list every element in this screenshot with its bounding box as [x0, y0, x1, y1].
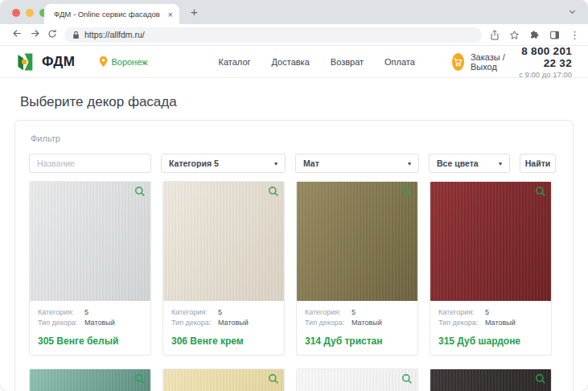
category-select[interactable]: Категория 5 ▾ — [161, 154, 286, 173]
product-card[interactable]: Категория:5Тип декора:Матовый315 Дуб шар… — [430, 181, 552, 356]
product-name[interactable]: 306 Венге крем — [171, 335, 276, 347]
city-selector[interactable]: Воронеж — [99, 56, 147, 67]
category-label: Категория: — [438, 307, 485, 318]
browser-tab[interactable]: ФДМ - Online сервис фасадов × — [44, 4, 179, 24]
decor-type-label: Тип декора: — [171, 318, 218, 328]
product-grid-row2 — [29, 368, 559, 391]
finish-select[interactable]: Мат ▾ — [295, 154, 419, 173]
category-value: 5 — [352, 307, 356, 318]
search-button[interactable]: Найти — [520, 154, 556, 173]
product-name[interactable]: 314 Дуб тристан — [305, 335, 409, 347]
site-logo[interactable]: ФДМ — [16, 51, 75, 72]
product-card[interactable]: Категория:5Тип декора:Матовый306 Венге к… — [162, 181, 285, 356]
extensions-puzzle-icon[interactable] — [529, 30, 540, 40]
decor-type-label: Тип декора: — [438, 318, 485, 328]
zoom-icon[interactable] — [535, 373, 546, 385]
contact-block: 8 800 201 22 32 с 9:00 до 17:00 — [514, 45, 572, 79]
zoom-icon[interactable] — [401, 186, 413, 197]
product-meta: Категория:5Тип декора:Матовый314 Дуб три… — [297, 301, 417, 355]
decor-swatch — [430, 369, 551, 391]
product-card[interactable] — [29, 368, 151, 391]
product-grid-row1: Категория:5Тип декора:Матовый305 Венге б… — [29, 181, 559, 356]
logo-mark-icon — [16, 51, 37, 72]
orders-link[interactable]: Заказы / Выход — [452, 52, 514, 72]
decor-swatch — [163, 182, 284, 301]
zoom-icon[interactable] — [268, 373, 279, 385]
zoom-icon[interactable] — [535, 186, 546, 197]
nav-returns[interactable]: Возврат — [331, 57, 364, 67]
product-card[interactable] — [162, 368, 285, 391]
color-select[interactable]: Все цвета ▾ — [429, 154, 510, 173]
working-hours: с 9:00 до 17:00 — [514, 70, 572, 79]
share-icon[interactable] — [490, 30, 500, 40]
city-name: Воронеж — [111, 57, 147, 67]
name-filter-input[interactable] — [29, 154, 151, 173]
filter-row: Категория 5 ▾ Мат ▾ Все цвета ▾ Найти — [29, 154, 559, 173]
decor-type-value: Матовый — [84, 318, 115, 328]
chevron-down-icon: ▾ — [408, 160, 411, 167]
back-button[interactable] — [8, 28, 26, 41]
product-meta: Категория:5Тип декора:Матовый315 Дуб шар… — [430, 301, 551, 355]
decor-swatch — [163, 369, 284, 391]
chevron-down-icon: ▾ — [274, 160, 278, 167]
tab-close-icon[interactable]: × — [168, 10, 173, 19]
product-meta: Категория:5Тип декора:Матовый305 Венге б… — [30, 301, 150, 355]
zoom-icon[interactable] — [134, 186, 146, 197]
zoom-icon[interactable] — [268, 186, 279, 197]
category-label: Категория: — [38, 307, 84, 318]
filter-label: Фильтр — [31, 134, 559, 143]
profile-sidebar-icon[interactable] — [549, 30, 560, 40]
category-value: 5 — [485, 307, 489, 318]
orders-label: Заказы / Выход — [471, 52, 514, 72]
decor-type-value: Матовый — [218, 318, 249, 328]
tab-title: ФДМ - Online сервис фасадов — [54, 10, 163, 19]
nav-catalog[interactable]: Каталог — [219, 57, 251, 67]
product-card[interactable]: Категория:5Тип декора:Матовый305 Венге б… — [29, 181, 151, 356]
brand-name: ФДМ — [42, 54, 75, 70]
decor-swatch — [30, 182, 150, 301]
toolbar-icons: ⋮ — [490, 29, 580, 41]
reload-button[interactable] — [43, 29, 61, 41]
nav-delivery[interactable]: Доставка — [272, 57, 310, 67]
close-window-button[interactable] — [12, 9, 20, 17]
product-name[interactable]: 315 Дуб шардоне — [438, 335, 543, 347]
forward-button[interactable] — [26, 28, 43, 41]
page-title: Выберите декор фасада — [20, 94, 588, 110]
browser-toolbar: https://allfdm.ru/ ⋮ — [0, 24, 588, 46]
zoom-icon[interactable] — [401, 373, 413, 385]
browser-tab-strip: ФДМ - Online сервис фасадов × + — [0, 0, 588, 24]
product-card[interactable] — [430, 368, 552, 391]
decor-type-label: Тип декора: — [38, 318, 84, 328]
bookmark-star-icon[interactable] — [509, 30, 520, 40]
menu-dots-icon[interactable]: ⋮ — [569, 29, 580, 41]
nav-payment[interactable]: Оплата — [384, 57, 415, 67]
decor-swatch — [430, 182, 551, 301]
main-nav: Каталог Доставка Возврат Оплата — [219, 57, 415, 67]
location-pin-icon — [99, 56, 108, 67]
address-bar[interactable]: https://allfdm.ru/ — [64, 27, 482, 43]
lock-icon — [72, 31, 80, 39]
phone-number[interactable]: 8 800 201 22 32 — [514, 45, 572, 69]
decor-swatch — [30, 369, 150, 391]
product-card[interactable]: Категория:5Тип декора:Матовый314 Дуб три… — [296, 181, 418, 356]
minimize-window-button[interactable] — [26, 9, 34, 17]
site-header: ФДМ Воронеж Каталог Доставка Возврат Опл… — [0, 46, 588, 78]
browser-window: ФДМ - Online сервис фасадов × + https://… — [0, 0, 588, 391]
category-value: 5 — [84, 307, 88, 318]
product-name[interactable]: 305 Венге белый — [38, 335, 142, 347]
new-tab-button[interactable]: + — [191, 5, 198, 19]
decor-swatch — [297, 182, 417, 301]
decor-type-label: Тип декора: — [305, 318, 352, 328]
zoom-icon[interactable] — [134, 373, 146, 385]
url-text: https://allfdm.ru/ — [84, 30, 145, 39]
cart-icon — [452, 53, 464, 71]
category-label: Категория: — [305, 307, 352, 318]
category-label: Категория: — [171, 307, 218, 318]
tab-list-chevron-icon[interactable] — [568, 5, 577, 19]
decor-type-value: Матовый — [352, 318, 382, 328]
category-value: 5 — [218, 307, 222, 318]
traffic-lights — [12, 9, 47, 17]
chevron-down-icon: ▾ — [499, 160, 502, 167]
product-card[interactable] — [296, 368, 418, 391]
decor-type-value: Матовый — [485, 318, 516, 328]
